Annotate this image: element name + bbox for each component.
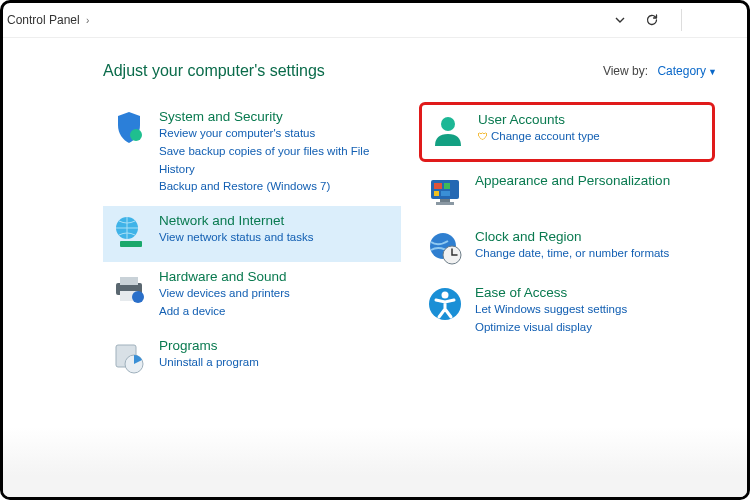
category-link[interactable]: Add a device (159, 303, 290, 321)
viewby-label: View by: (603, 64, 648, 78)
clock-globe-icon (425, 228, 465, 268)
category-title[interactable]: User Accounts (478, 112, 600, 127)
category-link[interactable]: View network status and tasks (159, 229, 313, 247)
globe-icon (109, 212, 149, 252)
svg-rect-14 (441, 191, 450, 196)
category-link[interactable]: Let Windows suggest settings (475, 301, 627, 319)
main-content: Adjust your computer's settings View by:… (3, 38, 747, 387)
shield-icon (109, 108, 149, 148)
svg-rect-4 (120, 277, 138, 285)
category-body: Hardware and Sound View devices and prin… (159, 268, 290, 321)
category-link[interactable]: Save backup copies of your files with Fi… (159, 143, 395, 179)
category-title[interactable]: Ease of Access (475, 285, 627, 300)
search-input[interactable] (681, 9, 729, 31)
category-body: Clock and Region Change date, time, or n… (475, 228, 669, 263)
svg-point-0 (130, 129, 142, 141)
accessibility-icon (425, 284, 465, 324)
breadcrumb-item[interactable]: Control Panel (7, 13, 80, 27)
svg-point-9 (441, 117, 455, 131)
category-network-internet[interactable]: Network and Internet View network status… (103, 206, 401, 262)
category-user-accounts[interactable]: User Accounts 🛡Change account type (428, 109, 706, 153)
category-link[interactable]: View devices and printers (159, 285, 290, 303)
category-appearance[interactable]: Appearance and Personalization (419, 166, 717, 222)
svg-rect-16 (436, 202, 454, 205)
category-ease-of-access[interactable]: Ease of Access Let Windows suggest setti… (419, 278, 717, 347)
svg-rect-12 (444, 183, 450, 189)
svg-rect-15 (440, 199, 450, 202)
category-clock-region[interactable]: Clock and Region Change date, time, or n… (419, 222, 717, 278)
svg-rect-2 (120, 241, 142, 247)
category-title[interactable]: Appearance and Personalization (475, 173, 670, 188)
programs-icon (109, 337, 149, 377)
category-link[interactable]: 🛡Change account type (478, 128, 600, 146)
category-title[interactable]: Clock and Region (475, 229, 669, 244)
left-column: System and Security Review your computer… (103, 102, 401, 387)
category-link[interactable]: Backup and Restore (Windows 7) (159, 178, 395, 196)
category-body: Network and Internet View network status… (159, 212, 313, 247)
caret-down-icon: ▼ (708, 67, 717, 77)
category-hardware-sound[interactable]: Hardware and Sound View devices and prin… (103, 262, 401, 331)
category-columns: System and Security Review your computer… (103, 102, 717, 387)
chevron-right-icon: › (86, 15, 89, 26)
viewby-value[interactable]: Category (657, 64, 706, 78)
category-title[interactable]: System and Security (159, 109, 395, 124)
category-title[interactable]: Network and Internet (159, 213, 313, 228)
svg-rect-10 (431, 180, 459, 199)
refresh-button[interactable] (643, 11, 661, 29)
svg-point-20 (442, 292, 449, 299)
uac-shield-icon: 🛡 (478, 129, 488, 145)
toolbar-right (611, 9, 747, 31)
category-body: User Accounts 🛡Change account type (478, 111, 600, 146)
history-dropdown-button[interactable] (611, 11, 629, 29)
category-link[interactable]: Review your computer's status (159, 125, 395, 143)
address-toolbar: Control Panel › (3, 3, 747, 38)
breadcrumb[interactable]: Control Panel › (7, 13, 611, 27)
category-title[interactable]: Hardware and Sound (159, 269, 290, 284)
user-icon (428, 111, 468, 151)
right-column: User Accounts 🛡Change account type Appea… (419, 102, 717, 387)
category-link[interactable]: Optimize visual display (475, 319, 627, 337)
svg-rect-13 (434, 191, 439, 196)
svg-point-6 (132, 291, 144, 303)
monitor-icon (425, 172, 465, 212)
bottom-fade (3, 427, 747, 497)
category-body: Ease of Access Let Windows suggest setti… (475, 284, 627, 337)
page-title: Adjust your computer's settings (103, 62, 325, 80)
header-row: Adjust your computer's settings View by:… (103, 62, 717, 80)
category-body: Appearance and Personalization (475, 172, 670, 189)
svg-rect-11 (434, 183, 442, 189)
printer-icon (109, 268, 149, 308)
category-link[interactable]: Change date, time, or number formats (475, 245, 669, 263)
category-title[interactable]: Programs (159, 338, 259, 353)
viewby-control[interactable]: View by: Category▼ (603, 64, 717, 78)
highlight-annotation: User Accounts 🛡Change account type (419, 102, 715, 162)
category-programs[interactable]: Programs Uninstall a program (103, 331, 401, 387)
category-body: Programs Uninstall a program (159, 337, 259, 372)
category-link[interactable]: Uninstall a program (159, 354, 259, 372)
category-body: System and Security Review your computer… (159, 108, 395, 196)
category-system-security[interactable]: System and Security Review your computer… (103, 102, 401, 206)
